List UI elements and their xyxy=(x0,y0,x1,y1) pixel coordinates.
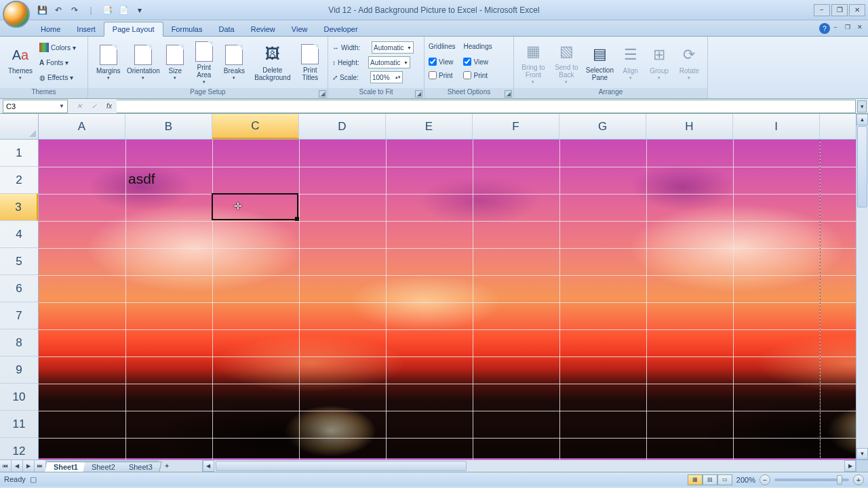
zoom-level[interactable]: 200% xyxy=(736,476,755,484)
name-box[interactable]: C3▼ xyxy=(3,100,68,113)
fx-icon[interactable]: fx xyxy=(102,100,117,113)
effects-button[interactable]: ◍Effects ▾ xyxy=(39,70,76,85)
row-header-9[interactable]: 9 xyxy=(0,357,38,384)
cells-area[interactable]: asdf ✛ xyxy=(39,140,856,460)
row-header-5[interactable]: 5 xyxy=(0,248,38,275)
page-layout-view-button[interactable]: ▤ xyxy=(703,474,717,485)
row-header-7[interactable]: 7 xyxy=(0,302,38,329)
scroll-up-button[interactable]: ▲ xyxy=(856,114,868,125)
breaks-button[interactable]: Breaks▾ xyxy=(220,39,249,86)
minimize-button[interactable]: − xyxy=(814,4,830,16)
qat-customize-icon[interactable]: ▾ xyxy=(133,3,146,17)
zoom-slider-thumb[interactable] xyxy=(837,475,842,485)
row-header-11[interactable]: 11 xyxy=(0,411,38,438)
orientation-button[interactable]: Orientation▾ xyxy=(127,39,159,86)
scroll-right-button[interactable]: ▶ xyxy=(844,460,856,472)
sheet-nav-next[interactable]: ▶ xyxy=(23,460,35,472)
headings-view-checkbox[interactable]: View xyxy=(463,55,492,68)
zoom-slider[interactable] xyxy=(774,479,849,481)
col-header-A[interactable]: A xyxy=(39,114,125,139)
split-grip[interactable] xyxy=(856,460,868,472)
headings-print-checkbox[interactable]: Print xyxy=(463,68,492,82)
tab-view[interactable]: View xyxy=(283,22,316,36)
sheet-nav-last[interactable]: ⏭ xyxy=(35,460,46,472)
gridlines-view-checkbox[interactable]: View xyxy=(429,55,455,68)
row-header-10[interactable]: 10 xyxy=(0,384,38,411)
worksheet-grid[interactable]: ABCDEFGHI 123456789101112 asdf ✛ ▲ ▼ xyxy=(0,114,868,460)
vertical-scrollbar[interactable]: ▲ ▼ xyxy=(856,114,868,460)
row-header-3[interactable]: 3 xyxy=(0,194,38,221)
maximize-button[interactable]: ❐ xyxy=(831,4,848,16)
sheet-options-dialog-launcher[interactable]: ◢ xyxy=(505,90,512,98)
zoom-out-button[interactable]: − xyxy=(760,474,770,485)
row-header-4[interactable]: 4 xyxy=(0,221,38,248)
hscroll-thumb[interactable] xyxy=(216,461,467,471)
print-titles-button[interactable]: Print Titles xyxy=(296,39,323,86)
fonts-button[interactable]: AFonts ▾ xyxy=(39,55,76,70)
formula-input[interactable] xyxy=(117,100,856,113)
tab-review[interactable]: Review xyxy=(243,22,283,36)
margins-button[interactable]: Margins▾ xyxy=(92,39,124,86)
col-header-I[interactable]: I xyxy=(733,114,820,139)
sheet-nav-prev[interactable]: ◀ xyxy=(12,460,23,472)
help-icon[interactable]: ? xyxy=(819,23,830,34)
qat-redo-icon[interactable]: ↷ xyxy=(68,3,81,17)
hscroll-track[interactable] xyxy=(214,460,844,472)
column-headers[interactable]: ABCDEFGHI xyxy=(39,114,856,140)
workbook-restore[interactable]: ❐ xyxy=(842,22,853,32)
tab-home[interactable]: Home xyxy=(33,22,68,36)
cell-B2[interactable]: asdf xyxy=(125,171,155,187)
select-all-corner[interactable] xyxy=(0,114,39,140)
size-button[interactable]: Size▾ xyxy=(162,39,188,86)
scale-dialog-launcher[interactable]: ◢ xyxy=(415,90,422,98)
col-header-H[interactable]: H xyxy=(646,114,733,139)
gridlines-print-checkbox[interactable]: Print xyxy=(429,68,455,82)
sheet-tab-sheet3[interactable]: Sheet3 xyxy=(120,462,161,472)
qat-custom1-icon[interactable]: 📑 xyxy=(100,3,114,17)
row-header-8[interactable]: 8 xyxy=(0,329,38,357)
close-button[interactable]: ✕ xyxy=(849,4,865,16)
row-header-2[interactable]: 2 xyxy=(0,167,38,194)
workbook-minimize[interactable]: − xyxy=(830,22,841,32)
page-setup-dialog-launcher[interactable]: ◢ xyxy=(319,90,326,98)
col-header-E[interactable]: E xyxy=(386,114,473,139)
print-area-button[interactable]: Print Area▾ xyxy=(191,39,218,86)
col-header-G[interactable]: G xyxy=(559,114,646,139)
horizontal-scrollbar[interactable]: ◀ ▶ xyxy=(202,460,856,472)
row-header-6[interactable]: 6 xyxy=(0,275,38,302)
page-break-view-button[interactable]: ▭ xyxy=(717,474,732,485)
tab-developer[interactable]: Developer xyxy=(315,22,366,36)
office-button[interactable] xyxy=(3,1,30,28)
tab-page-layout[interactable]: Page Layout xyxy=(104,22,163,37)
col-header-B[interactable]: B xyxy=(125,114,212,139)
tab-formulas[interactable]: Formulas xyxy=(163,22,211,36)
col-header-D[interactable]: D xyxy=(299,114,386,139)
qat-save-icon[interactable]: 💾 xyxy=(35,3,49,17)
scroll-left-button[interactable]: ◀ xyxy=(203,460,214,472)
delete-background-button[interactable]: 🖼Delete Background xyxy=(251,39,294,86)
themes-button[interactable]: Aa Themes▾ xyxy=(4,39,37,86)
tab-insert[interactable]: Insert xyxy=(68,22,104,36)
formula-expand-button[interactable]: ▾ xyxy=(857,100,867,113)
tab-data[interactable]: Data xyxy=(210,22,242,36)
row-headers[interactable]: 123456789101112 xyxy=(0,140,39,460)
colors-button[interactable]: Colors ▾ xyxy=(39,40,76,55)
sheet-nav-first[interactable]: ⏮ xyxy=(0,460,12,472)
scroll-down-button[interactable]: ▼ xyxy=(856,448,868,460)
normal-view-button[interactable]: ▦ xyxy=(688,474,703,485)
selection-pane-button[interactable]: ▤Selection Pane xyxy=(585,39,615,86)
col-header-C[interactable]: C xyxy=(212,114,299,139)
col-header-F[interactable]: F xyxy=(473,114,559,139)
sheet-tab-sheet1[interactable]: Sheet1 xyxy=(45,462,87,472)
width-combo[interactable]: Automatic▼ xyxy=(372,41,414,54)
macro-record-icon[interactable]: ▢ xyxy=(30,475,37,483)
qat-undo-icon[interactable]: ↶ xyxy=(52,3,65,17)
sheet-tab-sheet2[interactable]: Sheet2 xyxy=(83,462,124,472)
height-combo[interactable]: Automatic▼ xyxy=(368,56,410,68)
zoom-in-button[interactable]: + xyxy=(853,474,864,485)
workbook-close[interactable]: ✕ xyxy=(854,22,865,32)
row-header-1[interactable]: 1 xyxy=(0,140,38,167)
scale-spinner[interactable]: 100%▴▾ xyxy=(370,71,403,83)
row-header-12[interactable]: 12 xyxy=(0,438,38,460)
vscroll-thumb[interactable] xyxy=(857,126,867,207)
